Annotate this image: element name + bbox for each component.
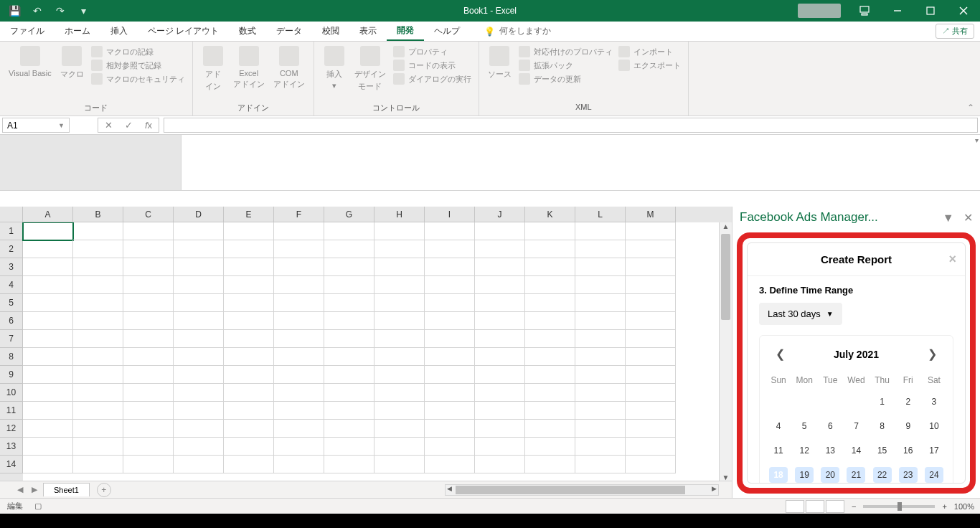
tab-開発[interactable]: 開発 — [387, 22, 424, 41]
scroll-up-icon[interactable]: ▲ — [720, 222, 732, 234]
cell[interactable] — [73, 348, 123, 366]
cell[interactable] — [475, 438, 525, 456]
cell[interactable] — [475, 402, 525, 420]
cell[interactable] — [123, 420, 174, 438]
cell[interactable] — [575, 258, 626, 276]
cell[interactable] — [374, 276, 425, 294]
calendar-day[interactable]: 9 — [895, 414, 921, 438]
cell[interactable] — [73, 258, 123, 276]
cell[interactable] — [374, 348, 425, 366]
tab-データ[interactable]: データ — [266, 22, 312, 41]
cell[interactable] — [525, 294, 575, 312]
cell[interactable] — [224, 420, 274, 438]
cell[interactable] — [374, 366, 425, 384]
cell[interactable] — [174, 330, 224, 348]
cell[interactable] — [174, 240, 224, 258]
cell[interactable] — [274, 258, 324, 276]
cell[interactable] — [525, 438, 575, 456]
cell[interactable] — [73, 330, 123, 348]
qat-more-icon[interactable]: ▾ — [73, 2, 93, 19]
cell[interactable] — [575, 222, 626, 240]
ribbon-button[interactable]: COMアドイン — [269, 44, 309, 91]
cell[interactable] — [374, 222, 425, 240]
cell[interactable] — [374, 330, 425, 348]
cell[interactable] — [425, 258, 475, 276]
cell[interactable] — [174, 348, 224, 366]
col-header[interactable]: L — [575, 207, 626, 222]
col-header[interactable]: I — [425, 207, 475, 222]
cell[interactable] — [626, 384, 676, 402]
row-header[interactable]: 13 — [0, 438, 23, 456]
zoom-out-icon[interactable]: − — [852, 502, 856, 511]
cell[interactable] — [274, 240, 324, 258]
calendar-day[interactable]: 24 — [921, 463, 947, 484]
cell[interactable] — [626, 258, 676, 276]
cell[interactable] — [224, 366, 274, 384]
ribbon-small-button[interactable]: インポート — [618, 46, 681, 57]
cell[interactable] — [575, 402, 626, 420]
calendar-day[interactable]: 4 — [765, 414, 791, 438]
cell[interactable] — [626, 276, 676, 294]
cell[interactable] — [525, 276, 575, 294]
cell[interactable] — [224, 384, 274, 402]
cell[interactable] — [174, 258, 224, 276]
ribbon-small-button[interactable]: 相対参照で記録 — [91, 60, 185, 71]
cell[interactable] — [475, 456, 525, 473]
cell[interactable] — [575, 240, 626, 258]
scroll-thumb[interactable] — [721, 234, 730, 320]
tab-数式[interactable]: 数式 — [229, 22, 266, 41]
col-header[interactable]: H — [374, 207, 425, 222]
tab-ヘルプ[interactable]: ヘルプ — [424, 22, 470, 41]
user-badge[interactable] — [798, 4, 841, 18]
cell[interactable] — [73, 294, 123, 312]
cell[interactable] — [23, 456, 73, 473]
cell[interactable] — [23, 420, 73, 438]
cell[interactable] — [475, 330, 525, 348]
cell[interactable] — [23, 348, 73, 366]
row-header[interactable]: 3 — [0, 258, 23, 276]
cell[interactable] — [23, 438, 73, 456]
tab-ファイル[interactable]: ファイル — [0, 22, 55, 41]
cell[interactable] — [73, 456, 123, 473]
cell[interactable] — [425, 222, 475, 240]
cell[interactable] — [224, 258, 274, 276]
collapse-ribbon-icon[interactable]: ⌃ — [967, 103, 974, 113]
cell[interactable] — [374, 384, 425, 402]
cell[interactable] — [123, 384, 174, 402]
zoom-slider[interactable] — [863, 505, 935, 508]
cell[interactable] — [274, 348, 324, 366]
cell[interactable] — [274, 222, 324, 240]
cell[interactable] — [274, 366, 324, 384]
calendar-day[interactable]: 18 — [765, 463, 791, 484]
save-icon[interactable]: 💾 — [4, 2, 24, 19]
calendar-day[interactable]: 11 — [765, 438, 791, 463]
calendar-day[interactable]: 7 — [843, 414, 869, 438]
cell[interactable] — [324, 456, 374, 473]
cell[interactable] — [73, 384, 123, 402]
add-sheet-icon[interactable]: + — [97, 483, 111, 497]
ribbon-button[interactable]: Excelアドイン — [229, 44, 269, 91]
chevron-down-icon[interactable]: ▼ — [58, 122, 65, 129]
cell[interactable] — [224, 294, 274, 312]
cell[interactable] — [174, 294, 224, 312]
vertical-scrollbar[interactable]: ▲ ▼ — [719, 222, 732, 485]
cell[interactable] — [123, 294, 174, 312]
col-header[interactable]: E — [224, 207, 274, 222]
ribbon-small-button[interactable]: コードの表示 — [393, 60, 471, 71]
cell[interactable] — [626, 312, 676, 330]
cell[interactable] — [575, 438, 626, 456]
cell[interactable] — [73, 222, 123, 240]
cell[interactable] — [425, 294, 475, 312]
prev-month-icon[interactable]: ❮ — [773, 344, 788, 364]
sheet-nav-next-icon[interactable]: ▶ — [29, 485, 40, 494]
cell[interactable] — [123, 348, 174, 366]
cell[interactable] — [73, 366, 123, 384]
cell[interactable] — [525, 240, 575, 258]
ribbon-small-button[interactable]: 拡張パック — [519, 60, 613, 71]
cell[interactable] — [274, 438, 324, 456]
col-header[interactable]: G — [324, 207, 374, 222]
cell[interactable] — [174, 438, 224, 456]
cell[interactable] — [575, 384, 626, 402]
calendar-day[interactable]: 12 — [791, 438, 817, 463]
cell[interactable] — [123, 258, 174, 276]
